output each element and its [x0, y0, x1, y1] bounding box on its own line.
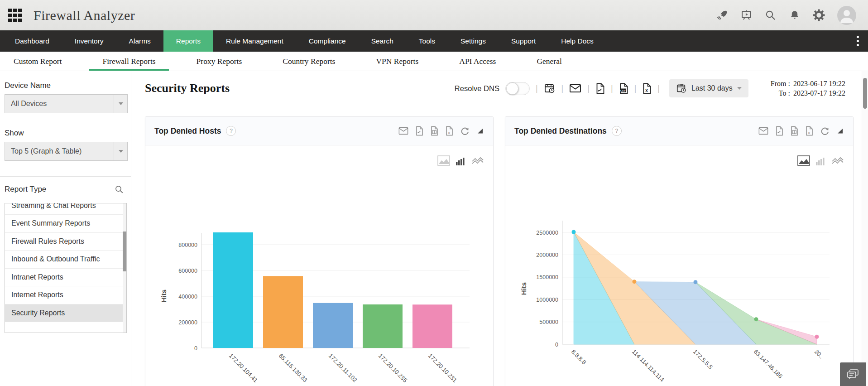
page-scrollbar-track [862, 71, 868, 386]
svg-text:0: 0 [555, 342, 558, 348]
email-icon[interactable] [398, 127, 408, 135]
sidebar-item-internet-reports[interactable]: Internet Reports [5, 286, 126, 304]
pdf-icon[interactable] [775, 126, 783, 136]
main-content: Security Reports Resolve DNS | | | [131, 71, 868, 386]
bar-chart-icon[interactable] [815, 156, 826, 166]
refresh-icon[interactable] [460, 126, 470, 136]
device-select[interactable]: All Devices [5, 94, 128, 113]
separator: | [634, 84, 637, 93]
nav-item-reports[interactable]: Reports [163, 30, 213, 52]
time-period-value: Last 30 days [691, 84, 733, 92]
pdf-icon[interactable] [415, 126, 423, 136]
svg-text:8.8.8.8: 8.8.8.8 [570, 348, 588, 366]
avatar-person-icon [837, 6, 856, 25]
show-select-value: Top 5 (Graph & Table) [11, 147, 82, 155]
nav-item-support[interactable]: Support [499, 30, 548, 52]
nav-item-dashboard[interactable]: Dashboard [0, 30, 62, 52]
reports-subnav: Custom Report Firewall Reports Proxy Rep… [0, 52, 868, 71]
email-icon[interactable] [758, 127, 768, 135]
sidebar-item-inbound-outbound-traffic[interactable]: Inbound & Outbound Traffic [5, 251, 126, 268]
show-label: Show [5, 129, 131, 138]
nav-item-search[interactable]: Search [359, 30, 406, 52]
toggle-knob [506, 82, 518, 95]
pdf-icon[interactable] [595, 83, 605, 94]
top-header: Firewall Analyzer [0, 0, 868, 30]
tab-custom-report[interactable]: Custom Report [0, 52, 82, 71]
report-sidebar: Device Name All Devices Show Top 5 (Grap… [0, 71, 131, 386]
area-chart-icon[interactable] [437, 155, 450, 166]
help-icon[interactable]: ? [612, 126, 622, 136]
svg-text:172.20.11.102: 172.20.11.102 [327, 352, 359, 384]
csv-icon[interactable]: CSV [619, 83, 628, 94]
sidebar-item-security-reports[interactable]: Security Reports [5, 304, 126, 322]
tab-firewall-reports[interactable]: Firewall Reports [82, 52, 176, 71]
excel-icon[interactable]: x [642, 83, 652, 94]
nav-item-help-docs[interactable]: Help Docs [548, 30, 606, 52]
tab-api-access[interactable]: API Access [439, 52, 516, 71]
tab-country-reports[interactable]: Country Reports [262, 52, 355, 71]
gear-icon[interactable] [813, 9, 825, 21]
chat-bubbles-icon [846, 368, 860, 381]
nav-item-tools[interactable]: Tools [406, 30, 448, 52]
nav-item-settings[interactable]: Settings [448, 30, 499, 52]
svg-text:20..: 20.. [813, 348, 825, 360]
rocket-icon[interactable] [716, 9, 728, 21]
resolve-dns-label: Resolve DNS [455, 84, 499, 93]
tab-general[interactable]: General [516, 52, 582, 71]
time-period-select[interactable]: Last 30 days [669, 79, 748, 97]
page-scrollbar-thumb[interactable] [863, 78, 867, 109]
chevron-down-icon[interactable] [114, 142, 127, 160]
list-scrollbar-thumb[interactable] [123, 232, 126, 271]
presentation-icon[interactable] [740, 9, 753, 21]
report-type-list: Streaming & Chat Reports Event Summary R… [5, 203, 127, 333]
svg-text:172.5.5.5: 172.5.5.5 [692, 348, 714, 371]
svg-text:172.20.104.41: 172.20.104.41 [228, 352, 259, 384]
tab-vpn-reports[interactable]: VPN Reports [355, 52, 439, 71]
from-value: 2023-06-17 19:22 [793, 80, 845, 88]
excel-icon[interactable]: x [445, 126, 453, 136]
nav-item-rule-management[interactable]: Rule Management [213, 30, 296, 52]
refresh-icon[interactable] [820, 126, 830, 136]
sidebar-item-intranet-reports[interactable]: Intranet Reports [5, 269, 126, 286]
line-chart-icon[interactable] [472, 156, 484, 165]
nav-item-compliance[interactable]: Compliance [296, 30, 359, 52]
schedule-calendar-icon[interactable] [544, 82, 556, 94]
sidebar-item-firewall-rules-reports[interactable]: Firewall Rules Reports [5, 233, 126, 251]
chevron-down-icon[interactable] [114, 95, 127, 113]
denied-hosts-bar-chart: 0200000400000600000800000172.20.104.4165… [145, 173, 494, 386]
detach-icon[interactable] [476, 127, 484, 135]
user-avatar[interactable] [837, 6, 856, 25]
spreadsheet-icon[interactable] [790, 126, 798, 136]
separator: | [611, 84, 613, 93]
topbar-icon-group [716, 6, 856, 25]
overflow-menu-icon[interactable] [847, 30, 868, 52]
device-select-value: All Devices [11, 100, 47, 108]
resolve-dns-toggle[interactable] [505, 82, 530, 95]
nav-item-inventory[interactable]: Inventory [62, 30, 116, 52]
report-type-search-icon[interactable] [115, 185, 124, 194]
separator: | [657, 84, 660, 93]
help-icon[interactable]: ? [226, 126, 236, 136]
line-chart-icon[interactable] [832, 156, 844, 165]
nav-item-alarms[interactable]: Alarms [116, 30, 163, 52]
area-chart-icon[interactable] [797, 155, 810, 166]
top-denied-hosts-card: Top Denied Hosts ? [145, 116, 494, 386]
card-title: Top Denied Hosts [154, 126, 221, 136]
svg-text:x: x [646, 88, 648, 93]
feedback-chat-button[interactable] [840, 362, 866, 386]
show-select[interactable]: Top 5 (Graph & Table) [5, 142, 128, 161]
excel-icon[interactable]: x [805, 126, 813, 136]
bar-chart-icon[interactable] [456, 156, 466, 166]
detach-icon[interactable] [836, 127, 844, 135]
tab-proxy-reports[interactable]: Proxy Reports [176, 52, 263, 71]
svg-text:65.115.130.33: 65.115.130.33 [278, 352, 309, 384]
sidebar-item-event-summary-reports[interactable]: Event Summary Reports [5, 215, 126, 232]
bell-icon[interactable] [789, 10, 801, 21]
separator: | [561, 84, 564, 93]
email-icon[interactable] [569, 83, 581, 93]
apps-grid-icon[interactable] [8, 9, 22, 22]
sidebar-item-streaming-chat-reports[interactable]: Streaming & Chat Reports [5, 203, 126, 215]
spreadsheet-icon[interactable] [430, 126, 438, 136]
svg-text:2000000: 2000000 [536, 252, 558, 258]
search-icon[interactable] [765, 10, 777, 21]
